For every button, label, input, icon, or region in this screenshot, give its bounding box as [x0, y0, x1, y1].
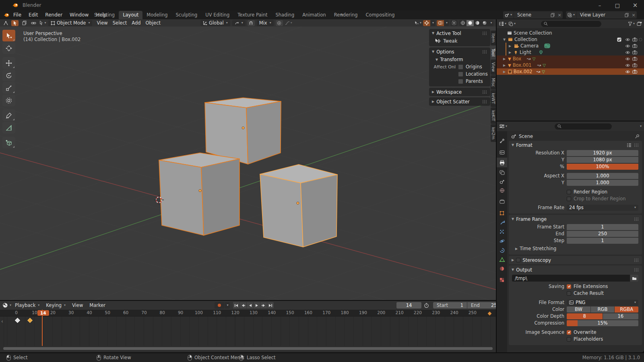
- falloff-curve-icon[interactable]: ▾: [285, 20, 292, 26]
- disclosure-icon[interactable]: ▶: [508, 44, 512, 48]
- drag-grip-icon[interactable]: [482, 90, 487, 94]
- render-visibility-icon[interactable]: [632, 63, 637, 67]
- previous-keyframe-button[interactable]: [240, 302, 246, 309]
- gizmos-dropdown-icon[interactable]: ▾: [430, 20, 435, 26]
- folder-icon[interactable]: [630, 275, 638, 282]
- disclosure-icon[interactable]: ▶: [502, 64, 506, 67]
- workspace-tab-uv-editing[interactable]: UV Editing: [201, 11, 233, 19]
- auto-key-dropdown-icon[interactable]: ▾: [225, 302, 230, 309]
- stereoscopy-checkbox[interactable]: [516, 258, 520, 262]
- proportional-editing-icon[interactable]: [276, 20, 283, 26]
- depth-16-button[interactable]: 16: [603, 313, 639, 319]
- jump-to-start-button[interactable]: [233, 302, 239, 309]
- tab-modifiers-icon[interactable]: [497, 218, 507, 227]
- tab-world-icon[interactable]: [497, 185, 507, 195]
- shading-rendered-icon[interactable]: [481, 20, 488, 26]
- frame-range-header[interactable]: ▼ Frame Range: [509, 215, 642, 223]
- row-label[interactable]: Scene Collection: [514, 30, 552, 36]
- tab-object-data-icon[interactable]: [497, 255, 507, 264]
- sidebar-tab-kekit[interactable]: keKIT: [491, 107, 496, 124]
- outliner-row-box-001[interactable]: ▶ ▼ Box.001 ↝ ▽: [497, 62, 644, 68]
- snap-target-dropdown[interactable]: ▾: [232, 20, 246, 26]
- resolution-y-field[interactable]: 1080 px: [567, 157, 638, 163]
- minimize-button[interactable]: –: [591, 0, 609, 10]
- play-reverse-button[interactable]: [247, 302, 253, 309]
- row-label[interactable]: Camera: [520, 43, 539, 49]
- editor-type-icon[interactable]: [2, 20, 9, 26]
- auto-key-record-button[interactable]: [215, 302, 224, 309]
- drag-grip-icon[interactable]: [634, 217, 639, 221]
- copy-icon[interactable]: [21, 20, 28, 26]
- frame-step-field[interactable]: 1: [567, 238, 638, 244]
- file-extensions-checkbox[interactable]: [567, 284, 571, 289]
- outliner-search-input[interactable]: [541, 21, 601, 27]
- hide-eye-icon[interactable]: [625, 51, 630, 54]
- chain-link-icon[interactable]: [30, 20, 37, 26]
- move-tool-button[interactable]: [2, 57, 15, 69]
- scene-name[interactable]: Scene: [514, 12, 549, 18]
- hide-eye-icon[interactable]: [625, 64, 630, 67]
- resolution-percent-slider[interactable]: 100%: [567, 164, 638, 170]
- shading-dropdown-icon[interactable]: ▾: [488, 20, 493, 26]
- active-tool-header[interactable]: ▼ Active Tool: [429, 29, 490, 37]
- panel-toggle-left-icon[interactable]: ‹: [1, 319, 3, 324]
- timeline-scrollbar[interactable]: [3, 347, 493, 350]
- blender-app-icon[interactable]: [3, 12, 10, 18]
- object-visibility-icon[interactable]: ▾: [414, 20, 421, 26]
- current-frame-badge[interactable]: 14: [37, 310, 49, 316]
- drag-grip-icon[interactable]: [634, 268, 639, 272]
- render-visibility-icon[interactable]: [632, 37, 637, 41]
- viewport-menu-object[interactable]: Object: [143, 20, 163, 26]
- filter-icon[interactable]: ▾: [628, 22, 635, 26]
- stereoscopy-header[interactable]: ▶ Stereoscopy: [509, 256, 642, 264]
- new-scene-icon[interactable]: [549, 13, 556, 17]
- tab-output-icon[interactable]: [497, 158, 507, 167]
- current-frame-field[interactable]: 14: [396, 302, 421, 309]
- end-frame-field[interactable]: End250: [467, 302, 496, 309]
- drag-grip-icon[interactable]: [482, 100, 487, 103]
- pointer-dropdown-icon[interactable]: ▾: [39, 20, 46, 26]
- row-label[interactable]: Light: [520, 49, 531, 55]
- locations-checkbox[interactable]: [458, 72, 463, 77]
- timeline-tracks[interactable]: [0, 317, 496, 346]
- parents-checkbox[interactable]: [458, 79, 463, 84]
- color-rgba-button[interactable]: RGBA: [615, 306, 638, 313]
- resolution-x-field[interactable]: 1920 px: [567, 150, 638, 156]
- overlays-dropdown-icon[interactable]: ▾: [444, 20, 449, 26]
- viewport-menu-add[interactable]: Add: [129, 20, 143, 26]
- sidebar-tab-kei2m[interactable]: kei2m: [491, 124, 496, 142]
- view-layer-name[interactable]: View Layer: [577, 12, 623, 18]
- sidebar-tab-misc[interactable]: Misc: [491, 75, 496, 90]
- scale-tool-button[interactable]: [2, 82, 15, 94]
- timeline-editor-type-icon[interactable]: ▾: [2, 302, 11, 308]
- breadcrumb-label[interactable]: Scene: [519, 134, 533, 139]
- outliner-row-scene-collection[interactable]: Scene Collection: [497, 30, 644, 36]
- view-menu[interactable]: View: [69, 302, 86, 308]
- view-layer-icon[interactable]: ▾: [566, 11, 577, 19]
- gizmos-toggle-icon[interactable]: [423, 20, 430, 26]
- scene-data-icon[interactable]: ▾: [503, 11, 514, 19]
- row-label[interactable]: Collection: [514, 37, 537, 42]
- hide-eye-icon[interactable]: [625, 70, 630, 74]
- compression-slider[interactable]: 15%: [567, 320, 638, 326]
- file-format-dropdown[interactable]: PNG▾: [567, 300, 638, 306]
- tab-physics-icon[interactable]: [497, 236, 507, 246]
- unlink-scene-icon[interactable]: ×: [556, 12, 563, 18]
- disclosure-icon[interactable]: ▶: [502, 70, 506, 74]
- magnet-snap-icon[interactable]: [248, 20, 255, 26]
- keyframe-unselected[interactable]: [15, 318, 20, 323]
- crop-render-region-checkbox[interactable]: [567, 197, 571, 201]
- rotate-tool-button[interactable]: [2, 70, 15, 81]
- menu-edit[interactable]: Edit: [25, 12, 41, 18]
- output-path-input[interactable]: /tmp\: [512, 275, 630, 282]
- placeholders-checkbox[interactable]: [567, 337, 571, 341]
- overwrite-checkbox[interactable]: [567, 330, 571, 335]
- time-stretching-subpanel[interactable]: ▶Time Stretching: [515, 245, 639, 252]
- row-label[interactable]: Box.002: [514, 69, 533, 74]
- transform-tool-button[interactable]: [2, 95, 15, 106]
- origins-checkbox[interactable]: [458, 64, 463, 70]
- menu-render[interactable]: Render: [41, 12, 66, 18]
- pin-icon[interactable]: [635, 134, 640, 139]
- playback-menu[interactable]: Playback▾: [12, 302, 42, 308]
- drag-grip-icon[interactable]: [482, 31, 487, 35]
